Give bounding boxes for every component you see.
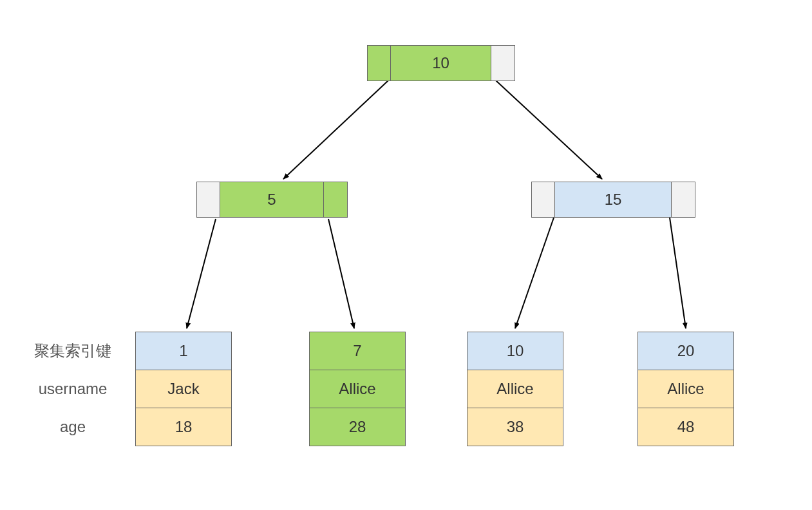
- mid-right-left-slot: [532, 182, 555, 217]
- root-right-slot: [491, 46, 515, 80]
- mid-right-key: 15: [555, 182, 672, 217]
- leaf-2-key: 10: [467, 332, 563, 370]
- leaf-0-age: 18: [135, 408, 232, 446]
- tree-mid-right-node: 15: [531, 182, 695, 218]
- leaf-node-1: 7 Allice 28: [309, 332, 406, 446]
- svg-line-1: [496, 80, 602, 179]
- mid-left-right-slot: [324, 182, 347, 217]
- leaf-3-key: 20: [637, 332, 734, 370]
- label-index-key: 聚集索引键: [18, 332, 127, 370]
- leaf-2-username: Allice: [467, 370, 563, 408]
- svg-line-5: [670, 218, 686, 328]
- root-left-slot: [368, 46, 391, 80]
- label-username: username: [18, 370, 127, 408]
- leaf-2-age: 38: [467, 408, 563, 446]
- tree-root-node: 10: [367, 45, 515, 81]
- root-key: 10: [391, 46, 491, 80]
- leaf-1-key: 7: [309, 332, 406, 370]
- mid-right-right-slot: [672, 182, 695, 217]
- row-labels: 聚集索引键 username age: [18, 332, 127, 446]
- svg-line-0: [283, 80, 388, 179]
- svg-line-3: [328, 219, 354, 328]
- leaf-0-key: 1: [135, 332, 232, 370]
- svg-line-2: [187, 219, 216, 328]
- svg-line-4: [515, 218, 554, 328]
- leaf-3-username: Allice: [637, 370, 734, 408]
- leaf-0-username: Jack: [135, 370, 232, 408]
- leaf-node-0: 1 Jack 18: [135, 332, 232, 446]
- label-age: age: [18, 408, 127, 446]
- mid-left-key: 5: [220, 182, 324, 217]
- leaf-1-age: 28: [309, 408, 406, 446]
- tree-mid-left-node: 5: [196, 182, 348, 218]
- leaf-node-2: 10 Allice 38: [467, 332, 563, 446]
- leaf-3-age: 48: [637, 408, 734, 446]
- mid-left-left-slot: [197, 182, 220, 217]
- leaf-1-username: Allice: [309, 370, 406, 408]
- leaf-node-3: 20 Allice 48: [637, 332, 734, 446]
